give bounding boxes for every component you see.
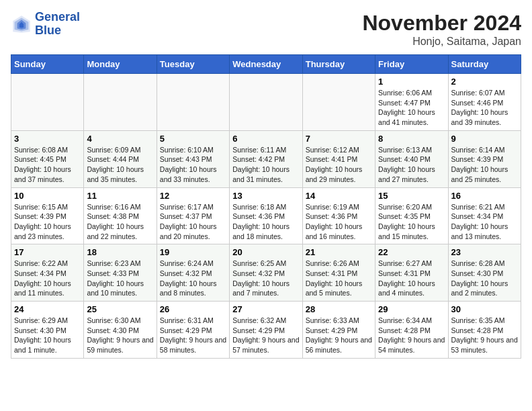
calendar-cell: 3Sunrise: 6:08 AM Sunset: 4:45 PM Daylig… bbox=[11, 130, 84, 187]
day-info: Sunrise: 6:35 AM Sunset: 4:28 PM Dayligh… bbox=[451, 316, 518, 355]
day-info: Sunrise: 6:18 AM Sunset: 4:36 PM Dayligh… bbox=[232, 202, 299, 242]
day-info: Sunrise: 6:13 AM Sunset: 4:40 PM Dayligh… bbox=[378, 145, 445, 185]
calendar-cell: 30Sunrise: 6:35 AM Sunset: 4:28 PM Dayli… bbox=[448, 302, 521, 359]
calendar-cell: 4Sunrise: 6:09 AM Sunset: 4:44 PM Daylig… bbox=[84, 130, 157, 187]
day-number: 9 bbox=[451, 134, 518, 144]
day-number: 19 bbox=[160, 247, 226, 257]
day-info: Sunrise: 6:34 AM Sunset: 4:28 PM Dayligh… bbox=[378, 316, 445, 355]
day-number: 15 bbox=[378, 191, 445, 201]
day-number: 10 bbox=[14, 191, 81, 201]
calendar-cell: 9Sunrise: 6:14 AM Sunset: 4:39 PM Daylig… bbox=[448, 130, 521, 187]
calendar-cell: 2Sunrise: 6:07 AM Sunset: 4:46 PM Daylig… bbox=[448, 74, 521, 131]
header-day-tuesday: Tuesday bbox=[157, 55, 229, 74]
calendar-cell: 19Sunrise: 6:24 AM Sunset: 4:32 PM Dayli… bbox=[157, 244, 229, 302]
day-number: 6 bbox=[232, 134, 299, 144]
day-info: Sunrise: 6:10 AM Sunset: 4:43 PM Dayligh… bbox=[160, 145, 226, 185]
day-info: Sunrise: 6:14 AM Sunset: 4:39 PM Dayligh… bbox=[451, 145, 518, 185]
calendar-cell: 15Sunrise: 6:20 AM Sunset: 4:35 PM Dayli… bbox=[375, 187, 448, 244]
calendar-cell: 18Sunrise: 6:23 AM Sunset: 4:33 PM Dayli… bbox=[84, 244, 157, 302]
day-number: 22 bbox=[378, 247, 445, 257]
day-number: 2 bbox=[451, 77, 518, 87]
day-number: 26 bbox=[160, 304, 226, 314]
calendar-cell bbox=[157, 74, 229, 131]
day-number: 25 bbox=[87, 304, 153, 314]
day-info: Sunrise: 6:32 AM Sunset: 4:29 PM Dayligh… bbox=[232, 316, 299, 355]
day-info: Sunrise: 6:29 AM Sunset: 4:30 PM Dayligh… bbox=[14, 316, 81, 355]
day-info: Sunrise: 6:22 AM Sunset: 4:34 PM Dayligh… bbox=[14, 259, 81, 298]
calendar-cell: 28Sunrise: 6:33 AM Sunset: 4:29 PM Dayli… bbox=[302, 302, 375, 359]
calendar-week-row: 24Sunrise: 6:29 AM Sunset: 4:30 PM Dayli… bbox=[11, 302, 521, 359]
header-day-monday: Monday bbox=[84, 55, 157, 74]
calendar-week-row: 17Sunrise: 6:22 AM Sunset: 4:34 PM Dayli… bbox=[11, 244, 521, 302]
day-number: 12 bbox=[160, 191, 226, 201]
day-info: Sunrise: 6:24 AM Sunset: 4:32 PM Dayligh… bbox=[160, 259, 226, 298]
calendar-cell: 14Sunrise: 6:19 AM Sunset: 4:36 PM Dayli… bbox=[302, 187, 375, 244]
day-number: 20 bbox=[232, 247, 299, 257]
day-info: Sunrise: 6:23 AM Sunset: 4:33 PM Dayligh… bbox=[87, 259, 153, 298]
day-number: 8 bbox=[378, 134, 445, 144]
calendar-week-row: 10Sunrise: 6:15 AM Sunset: 4:39 PM Dayli… bbox=[11, 187, 521, 244]
calendar-cell: 17Sunrise: 6:22 AM Sunset: 4:34 PM Dayli… bbox=[11, 244, 84, 302]
day-info: Sunrise: 6:21 AM Sunset: 4:34 PM Dayligh… bbox=[451, 202, 518, 242]
day-number: 17 bbox=[14, 247, 81, 257]
day-info: Sunrise: 6:26 AM Sunset: 4:31 PM Dayligh… bbox=[306, 259, 372, 298]
calendar-cell: 13Sunrise: 6:18 AM Sunset: 4:36 PM Dayli… bbox=[230, 187, 302, 244]
calendar-cell: 22Sunrise: 6:27 AM Sunset: 4:31 PM Dayli… bbox=[375, 244, 448, 302]
calendar-cell bbox=[302, 74, 375, 131]
calendar-cell: 20Sunrise: 6:25 AM Sunset: 4:32 PM Dayli… bbox=[230, 244, 302, 302]
calendar-cell: 24Sunrise: 6:29 AM Sunset: 4:30 PM Dayli… bbox=[11, 302, 84, 359]
calendar-cell: 16Sunrise: 6:21 AM Sunset: 4:34 PM Dayli… bbox=[448, 187, 521, 244]
calendar-cell bbox=[11, 74, 84, 131]
day-info: Sunrise: 6:11 AM Sunset: 4:42 PM Dayligh… bbox=[232, 145, 299, 185]
day-info: Sunrise: 6:12 AM Sunset: 4:41 PM Dayligh… bbox=[306, 145, 372, 185]
day-info: Sunrise: 6:09 AM Sunset: 4:44 PM Dayligh… bbox=[87, 145, 153, 185]
header: General Blue November 2024 Honjo, Saitam… bbox=[11, 11, 521, 48]
day-info: Sunrise: 6:15 AM Sunset: 4:39 PM Dayligh… bbox=[14, 202, 81, 242]
day-number: 21 bbox=[306, 247, 372, 257]
calendar-cell: 12Sunrise: 6:17 AM Sunset: 4:37 PM Dayli… bbox=[157, 187, 229, 244]
calendar-cell: 26Sunrise: 6:31 AM Sunset: 4:29 PM Dayli… bbox=[157, 302, 229, 359]
day-info: Sunrise: 6:31 AM Sunset: 4:29 PM Dayligh… bbox=[160, 316, 226, 355]
header-day-wednesday: Wednesday bbox=[230, 55, 302, 74]
day-number: 24 bbox=[14, 304, 81, 314]
calendar-cell: 29Sunrise: 6:34 AM Sunset: 4:28 PM Dayli… bbox=[375, 302, 448, 359]
month-title: November 2024 bbox=[362, 11, 521, 36]
calendar-cell: 21Sunrise: 6:26 AM Sunset: 4:31 PM Dayli… bbox=[302, 244, 375, 302]
calendar-table: SundayMondayTuesdayWednesdayThursdayFrid… bbox=[11, 54, 521, 359]
day-number: 30 bbox=[451, 304, 518, 314]
day-info: Sunrise: 6:33 AM Sunset: 4:29 PM Dayligh… bbox=[306, 316, 372, 355]
calendar-cell: 6Sunrise: 6:11 AM Sunset: 4:42 PM Daylig… bbox=[230, 130, 302, 187]
day-number: 13 bbox=[232, 191, 299, 201]
day-number: 7 bbox=[306, 134, 372, 144]
day-info: Sunrise: 6:08 AM Sunset: 4:45 PM Dayligh… bbox=[14, 145, 81, 185]
day-number: 23 bbox=[451, 247, 518, 257]
day-number: 16 bbox=[451, 191, 518, 201]
calendar-cell bbox=[230, 74, 302, 131]
header-day-saturday: Saturday bbox=[448, 55, 521, 74]
day-info: Sunrise: 6:06 AM Sunset: 4:47 PM Dayligh… bbox=[378, 88, 445, 128]
calendar-header-row: SundayMondayTuesdayWednesdayThursdayFrid… bbox=[11, 55, 521, 74]
day-info: Sunrise: 6:28 AM Sunset: 4:30 PM Dayligh… bbox=[451, 259, 518, 298]
day-number: 11 bbox=[87, 191, 153, 201]
title-area: November 2024 Honjo, Saitama, Japan bbox=[362, 11, 521, 48]
calendar-week-row: 3Sunrise: 6:08 AM Sunset: 4:45 PM Daylig… bbox=[11, 130, 521, 187]
calendar-cell: 11Sunrise: 6:16 AM Sunset: 4:38 PM Dayli… bbox=[84, 187, 157, 244]
day-number: 1 bbox=[378, 77, 445, 87]
calendar-cell: 1Sunrise: 6:06 AM Sunset: 4:47 PM Daylig… bbox=[375, 74, 448, 131]
day-number: 29 bbox=[378, 304, 445, 314]
header-day-thursday: Thursday bbox=[302, 55, 375, 74]
day-number: 28 bbox=[306, 304, 372, 314]
calendar-cell: 8Sunrise: 6:13 AM Sunset: 4:40 PM Daylig… bbox=[375, 130, 448, 187]
calendar-cell bbox=[84, 74, 157, 131]
logo-text: General Blue bbox=[35, 11, 80, 38]
day-number: 27 bbox=[232, 304, 299, 314]
day-number: 14 bbox=[306, 191, 372, 201]
day-number: 18 bbox=[87, 247, 153, 257]
day-info: Sunrise: 6:27 AM Sunset: 4:31 PM Dayligh… bbox=[378, 259, 445, 298]
day-info: Sunrise: 6:20 AM Sunset: 4:35 PM Dayligh… bbox=[378, 202, 445, 242]
day-number: 3 bbox=[14, 134, 81, 144]
logo-icon bbox=[11, 13, 32, 35]
day-info: Sunrise: 6:16 AM Sunset: 4:38 PM Dayligh… bbox=[87, 202, 153, 242]
header-day-sunday: Sunday bbox=[11, 55, 84, 74]
day-info: Sunrise: 6:25 AM Sunset: 4:32 PM Dayligh… bbox=[232, 259, 299, 298]
